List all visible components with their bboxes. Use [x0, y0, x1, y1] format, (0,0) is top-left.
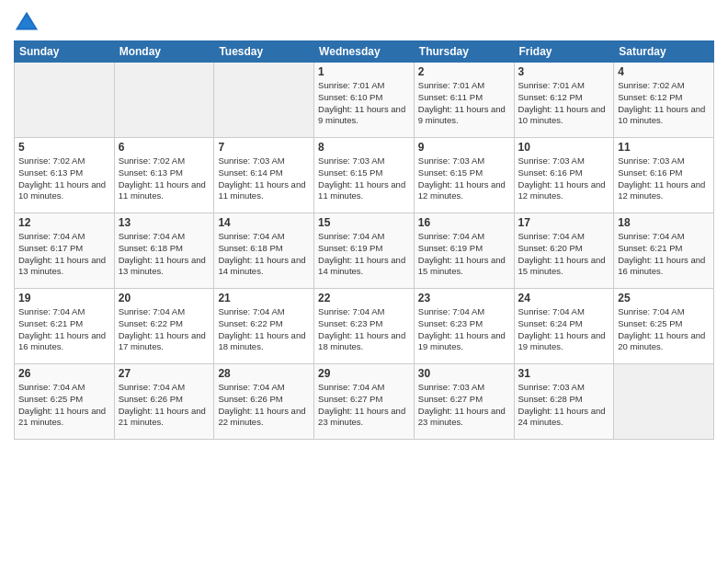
- day-number: 17: [518, 216, 610, 229]
- calendar-cell: 27Sunrise: 7:04 AM Sunset: 6:26 PM Dayli…: [114, 364, 214, 440]
- day-info: Sunrise: 7:01 AM Sunset: 6:11 PM Dayligh…: [418, 80, 510, 127]
- calendar-cell: [214, 63, 314, 138]
- day-info: Sunrise: 7:04 AM Sunset: 6:21 PM Dayligh…: [18, 306, 110, 353]
- day-number: 15: [318, 216, 410, 229]
- day-number: 30: [418, 367, 510, 380]
- calendar-body: 1Sunrise: 7:01 AM Sunset: 6:10 PM Daylig…: [15, 63, 714, 440]
- logo: [14, 9, 43, 35]
- day-info: Sunrise: 7:03 AM Sunset: 6:14 PM Dayligh…: [218, 155, 310, 202]
- day-info: Sunrise: 7:04 AM Sunset: 6:17 PM Dayligh…: [18, 231, 110, 278]
- day-info: Sunrise: 7:04 AM Sunset: 6:25 PM Dayligh…: [18, 382, 110, 429]
- day-number: 11: [618, 141, 710, 154]
- day-number: 12: [18, 216, 110, 229]
- day-info: Sunrise: 7:02 AM Sunset: 6:12 PM Dayligh…: [618, 80, 710, 127]
- calendar-cell: 3Sunrise: 7:01 AM Sunset: 6:12 PM Daylig…: [514, 63, 614, 138]
- day-info: Sunrise: 7:02 AM Sunset: 6:13 PM Dayligh…: [119, 155, 210, 202]
- calendar-cell: 13Sunrise: 7:04 AM Sunset: 6:18 PM Dayli…: [114, 213, 214, 289]
- calendar-header: SundayMondayTuesdayWednesdayThursdayFrid…: [15, 41, 714, 63]
- day-number: 13: [119, 216, 210, 229]
- day-info: Sunrise: 7:03 AM Sunset: 6:28 PM Dayligh…: [518, 382, 610, 429]
- calendar-cell: 22Sunrise: 7:04 AM Sunset: 6:23 PM Dayli…: [314, 289, 415, 364]
- calendar-cell: 30Sunrise: 7:03 AM Sunset: 6:27 PM Dayli…: [414, 364, 514, 440]
- day-info: Sunrise: 7:04 AM Sunset: 6:27 PM Dayligh…: [318, 382, 410, 429]
- day-number: 29: [318, 367, 410, 380]
- calendar-cell: 9Sunrise: 7:03 AM Sunset: 6:15 PM Daylig…: [414, 138, 514, 213]
- calendar-cell: 25Sunrise: 7:04 AM Sunset: 6:25 PM Dayli…: [614, 289, 714, 364]
- calendar-cell: 2Sunrise: 7:01 AM Sunset: 6:11 PM Daylig…: [414, 63, 514, 138]
- weekday-header: Tuesday: [214, 41, 314, 63]
- calendar-cell: 26Sunrise: 7:04 AM Sunset: 6:25 PM Dayli…: [15, 364, 115, 440]
- day-info: Sunrise: 7:04 AM Sunset: 6:26 PM Dayligh…: [119, 382, 210, 429]
- calendar-cell: [15, 63, 115, 138]
- day-number: 26: [18, 367, 110, 380]
- day-info: Sunrise: 7:04 AM Sunset: 6:22 PM Dayligh…: [218, 306, 310, 353]
- weekday-header: Thursday: [414, 41, 514, 63]
- day-info: Sunrise: 7:04 AM Sunset: 6:24 PM Dayligh…: [518, 306, 610, 353]
- weekday-header: Wednesday: [314, 41, 415, 63]
- day-info: Sunrise: 7:03 AM Sunset: 6:27 PM Dayligh…: [418, 382, 510, 429]
- day-info: Sunrise: 7:04 AM Sunset: 6:25 PM Dayligh…: [618, 306, 710, 353]
- day-info: Sunrise: 7:04 AM Sunset: 6:26 PM Dayligh…: [218, 382, 310, 429]
- calendar-week: 26Sunrise: 7:04 AM Sunset: 6:25 PM Dayli…: [15, 364, 714, 440]
- calendar-cell: 4Sunrise: 7:02 AM Sunset: 6:12 PM Daylig…: [614, 63, 714, 138]
- calendar-cell: 17Sunrise: 7:04 AM Sunset: 6:20 PM Dayli…: [514, 213, 614, 289]
- calendar-week: 1Sunrise: 7:01 AM Sunset: 6:10 PM Daylig…: [15, 63, 714, 138]
- day-info: Sunrise: 7:02 AM Sunset: 6:13 PM Dayligh…: [18, 155, 110, 202]
- calendar-week: 5Sunrise: 7:02 AM Sunset: 6:13 PM Daylig…: [15, 138, 714, 213]
- calendar-cell: 31Sunrise: 7:03 AM Sunset: 6:28 PM Dayli…: [514, 364, 614, 440]
- calendar-cell: 18Sunrise: 7:04 AM Sunset: 6:21 PM Dayli…: [614, 213, 714, 289]
- calendar-cell: [114, 63, 214, 138]
- calendar: SundayMondayTuesdayWednesdayThursdayFrid…: [14, 40, 714, 440]
- header: [14, 9, 714, 35]
- day-number: 1: [318, 65, 410, 78]
- calendar-cell: 23Sunrise: 7:04 AM Sunset: 6:23 PM Dayli…: [414, 289, 514, 364]
- calendar-cell: 10Sunrise: 7:03 AM Sunset: 6:16 PM Dayli…: [514, 138, 614, 213]
- calendar-cell: 28Sunrise: 7:04 AM Sunset: 6:26 PM Dayli…: [214, 364, 314, 440]
- calendar-cell: 16Sunrise: 7:04 AM Sunset: 6:19 PM Dayli…: [414, 213, 514, 289]
- day-number: 16: [418, 216, 510, 229]
- day-info: Sunrise: 7:03 AM Sunset: 6:15 PM Dayligh…: [318, 155, 410, 202]
- calendar-cell: [614, 364, 714, 440]
- calendar-cell: 12Sunrise: 7:04 AM Sunset: 6:17 PM Dayli…: [15, 213, 115, 289]
- day-info: Sunrise: 7:04 AM Sunset: 6:20 PM Dayligh…: [518, 231, 610, 278]
- weekday-header: Sunday: [15, 41, 115, 63]
- day-number: 4: [618, 65, 710, 78]
- day-number: 23: [418, 292, 510, 304]
- day-info: Sunrise: 7:04 AM Sunset: 6:19 PM Dayligh…: [418, 231, 510, 278]
- weekday-header: Saturday: [614, 41, 714, 63]
- day-info: Sunrise: 7:03 AM Sunset: 6:16 PM Dayligh…: [518, 155, 610, 202]
- calendar-cell: 21Sunrise: 7:04 AM Sunset: 6:22 PM Dayli…: [214, 289, 314, 364]
- calendar-cell: 20Sunrise: 7:04 AM Sunset: 6:22 PM Dayli…: [114, 289, 214, 364]
- day-info: Sunrise: 7:01 AM Sunset: 6:12 PM Dayligh…: [518, 80, 610, 127]
- day-number: 24: [518, 292, 610, 304]
- weekday-row: SundayMondayTuesdayWednesdayThursdayFrid…: [15, 41, 714, 63]
- calendar-cell: 19Sunrise: 7:04 AM Sunset: 6:21 PM Dayli…: [15, 289, 115, 364]
- day-info: Sunrise: 7:03 AM Sunset: 6:16 PM Dayligh…: [618, 155, 710, 202]
- day-number: 25: [618, 292, 710, 304]
- day-number: 2: [418, 65, 510, 78]
- day-number: 8: [318, 141, 410, 154]
- calendar-cell: 1Sunrise: 7:01 AM Sunset: 6:10 PM Daylig…: [314, 63, 415, 138]
- calendar-cell: 8Sunrise: 7:03 AM Sunset: 6:15 PM Daylig…: [314, 138, 415, 213]
- page: SundayMondayTuesdayWednesdayThursdayFrid…: [0, 0, 728, 563]
- day-number: 3: [518, 65, 610, 78]
- day-number: 14: [218, 216, 310, 229]
- day-info: Sunrise: 7:04 AM Sunset: 6:23 PM Dayligh…: [318, 306, 410, 353]
- day-number: 5: [18, 141, 110, 154]
- calendar-cell: 24Sunrise: 7:04 AM Sunset: 6:24 PM Dayli…: [514, 289, 614, 364]
- day-number: 18: [618, 216, 710, 229]
- day-info: Sunrise: 7:04 AM Sunset: 6:21 PM Dayligh…: [618, 231, 710, 278]
- day-number: 21: [218, 292, 310, 304]
- weekday-header: Friday: [514, 41, 614, 63]
- calendar-cell: 15Sunrise: 7:04 AM Sunset: 6:19 PM Dayli…: [314, 213, 415, 289]
- day-number: 19: [18, 292, 110, 304]
- day-number: 27: [119, 367, 210, 380]
- calendar-cell: 14Sunrise: 7:04 AM Sunset: 6:18 PM Dayli…: [214, 213, 314, 289]
- calendar-cell: 7Sunrise: 7:03 AM Sunset: 6:14 PM Daylig…: [214, 138, 314, 213]
- calendar-week: 12Sunrise: 7:04 AM Sunset: 6:17 PM Dayli…: [15, 213, 714, 289]
- calendar-cell: 11Sunrise: 7:03 AM Sunset: 6:16 PM Dayli…: [614, 138, 714, 213]
- day-info: Sunrise: 7:04 AM Sunset: 6:22 PM Dayligh…: [119, 306, 210, 353]
- day-number: 28: [218, 367, 310, 380]
- day-number: 31: [518, 367, 610, 380]
- day-info: Sunrise: 7:04 AM Sunset: 6:23 PM Dayligh…: [418, 306, 510, 353]
